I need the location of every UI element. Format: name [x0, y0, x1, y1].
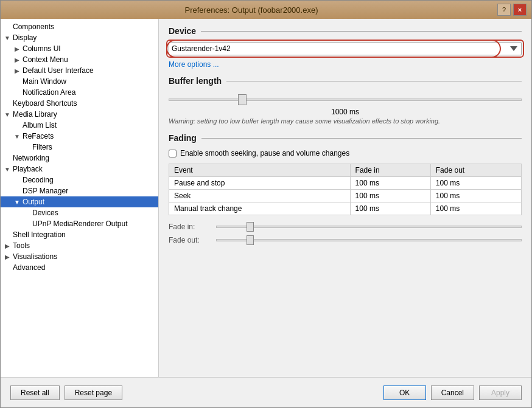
table-row: Manual track change100 ms100 ms [169, 202, 522, 215]
sidebar-item-filters[interactable]: Filters [1, 142, 158, 153]
table-cell-event: Seek [169, 190, 351, 202]
more-options-link[interactable]: More options ... [169, 60, 219, 69]
sidebar-label-default-ui: Default User Interface [21, 66, 95, 75]
table-row: Pause and stop100 ms100 ms [169, 177, 522, 190]
table-col-event: Event [169, 164, 351, 177]
fading-section-title: Fading [169, 133, 197, 143]
cancel-button[interactable]: Cancel [431, 386, 474, 400]
sidebar-label-media-library: Media Library [12, 109, 58, 119]
apply-button[interactable]: Apply [479, 386, 522, 400]
sidebar-label-columns-ui: Columns UI [21, 44, 62, 54]
fading-divider-line [201, 138, 522, 139]
sidebar-item-context-menu[interactable]: ▶Context Menu [1, 54, 158, 65]
sidebar-item-decoding[interactable]: Decoding [1, 175, 158, 185]
expander-context-menu: ▶ [13, 57, 21, 63]
sidebar-item-default-ui[interactable]: ▶Default User Interface [1, 65, 158, 76]
fade-in-slider[interactable] [216, 226, 522, 228]
sidebar-item-columns-ui[interactable]: ▶Columns UI [1, 43, 158, 54]
table-header-row: EventFade inFade out [169, 164, 522, 177]
sidebar-label-album-list: Album List [21, 120, 58, 130]
sidebar-label-networking: Networking [12, 153, 51, 163]
sidebar-item-display[interactable]: ▼Display [1, 32, 158, 43]
sidebar-item-networking[interactable]: Networking [1, 153, 158, 164]
table-cell-fade-in: 100 ms [350, 177, 430, 190]
sidebar-label-upnp: UPnP MediaRenderer Output [31, 219, 129, 229]
sidebar-item-advanced[interactable]: Advanced [1, 262, 158, 273]
buffer-section-title: Buffer length [169, 76, 222, 86]
sidebar-label-playback: Playback [12, 164, 44, 174]
sidebar-item-shell-integration[interactable]: Shell Integration [1, 229, 158, 240]
sidebar-label-notification-area: Notification Area [21, 88, 77, 97]
table-cell-fade-out: 100 ms [430, 202, 521, 215]
sidebar-label-devices: Devices [31, 208, 60, 218]
ok-button[interactable]: OK [383, 386, 426, 400]
table-cell-fade-out: 100 ms [430, 190, 521, 202]
sidebar-label-dsp-manager: DSP Manager [21, 186, 69, 196]
expander-tools: ▶ [3, 243, 12, 249]
sidebar-item-playback[interactable]: ▼Playback [1, 164, 158, 175]
sidebar-item-main-window[interactable]: Main Window [1, 76, 158, 87]
sidebar-label-advanced: Advanced [12, 263, 46, 272]
buffer-section: Buffer length 1000 ms Warning: setting t… [169, 76, 522, 125]
buffer-slider-container [169, 92, 522, 105]
sidebar-label-shell-integration: Shell Integration [12, 230, 67, 240]
buffer-slider[interactable] [169, 99, 522, 101]
table-cell-event: Manual track change [169, 202, 351, 215]
fading-checkbox-row: Enable smooth seeking, pause and volume … [169, 149, 522, 157]
fading-section: Fading Enable smooth seeking, pause and … [169, 133, 522, 244]
table-cell-fade-out: 100 ms [430, 177, 521, 190]
fading-section-header: Fading [169, 133, 522, 143]
sidebar-item-components[interactable]: Components [1, 21, 158, 32]
help-button[interactable]: ? [497, 4, 511, 16]
expander-display: ▼ [3, 35, 12, 41]
sidebar-item-refacets[interactable]: ▼ReFacets [1, 131, 158, 142]
sidebar-label-context-menu: Context Menu [21, 55, 69, 64]
sidebar-item-notification-area[interactable]: Notification Area [1, 87, 158, 98]
sidebar-item-visualisations[interactable]: ▶Visualisations [1, 251, 158, 262]
fade-out-slider[interactable] [216, 239, 522, 241]
sidebar-label-display: Display [12, 33, 38, 43]
device-section-title: Device [169, 26, 196, 36]
sidebar-item-media-library[interactable]: ▼Media Library [1, 109, 158, 120]
sidebar-item-album-list[interactable]: Album List [1, 120, 158, 131]
table-col-fade-out: Fade out [430, 164, 521, 177]
sidebar-label-components: Components [12, 22, 55, 32]
fade-in-slider-row: Fade in: [169, 223, 522, 231]
sidebar-item-dsp-manager[interactable]: DSP Manager [1, 185, 158, 196]
fading-checkbox-label: Enable smooth seeking, pause and volume … [180, 149, 349, 157]
sidebar-label-output: Output [21, 197, 46, 207]
buffer-warning: Warning: setting too low buffer length m… [169, 117, 522, 125]
expander-output: ▼ [13, 199, 21, 206]
title-bar-buttons: ? × [497, 4, 527, 16]
table-row: Seek100 ms100 ms [169, 190, 522, 202]
main-panel: Device Gustarender-1v42Default Output Mo… [159, 19, 531, 377]
sidebar: Components▼Display▶Columns UI▶Context Me… [1, 19, 159, 377]
close-button[interactable]: × [513, 4, 527, 16]
expander-playback: ▼ [3, 166, 12, 173]
window-title: Preferences: Output (foobar2000.exe) [5, 5, 497, 15]
reset-all-button[interactable]: Reset all [10, 386, 60, 400]
sidebar-item-tools[interactable]: ▶Tools [1, 240, 158, 251]
device-section-header: Device [169, 26, 522, 36]
sidebar-label-keyboard-shortcuts: Keyboard Shortcuts [12, 99, 78, 108]
reset-page-button[interactable]: Reset page [65, 386, 122, 400]
device-wrapper: Gustarender-1v42Default Output [169, 42, 522, 55]
sidebar-item-output[interactable]: ▼Output [1, 196, 158, 207]
sidebar-item-upnp[interactable]: UPnP MediaRenderer Output [1, 218, 158, 229]
device-divider-line [201, 31, 522, 32]
sidebar-item-devices[interactable]: Devices [1, 207, 158, 218]
fading-checkbox[interactable] [169, 150, 177, 157]
sidebar-item-keyboard-shortcuts[interactable]: Keyboard Shortcuts [1, 98, 158, 109]
sidebar-label-tools: Tools [12, 241, 31, 251]
buffer-value: 1000 ms [169, 108, 522, 116]
expander-visualisations: ▶ [3, 254, 12, 260]
table-col-fade-in: Fade in [350, 164, 430, 177]
buffer-divider-line [226, 81, 522, 81]
table-cell-event: Pause and stop [169, 177, 351, 190]
expander-media-library: ▼ [3, 111, 12, 118]
device-select[interactable]: Gustarender-1v42Default Output [169, 42, 522, 55]
fade-in-label: Fade in: [169, 223, 211, 231]
table-cell-fade-in: 100 ms [350, 202, 430, 215]
buffer-section-header: Buffer length [169, 76, 522, 86]
fading-table: EventFade inFade out Pause and stop100 m… [169, 164, 522, 215]
